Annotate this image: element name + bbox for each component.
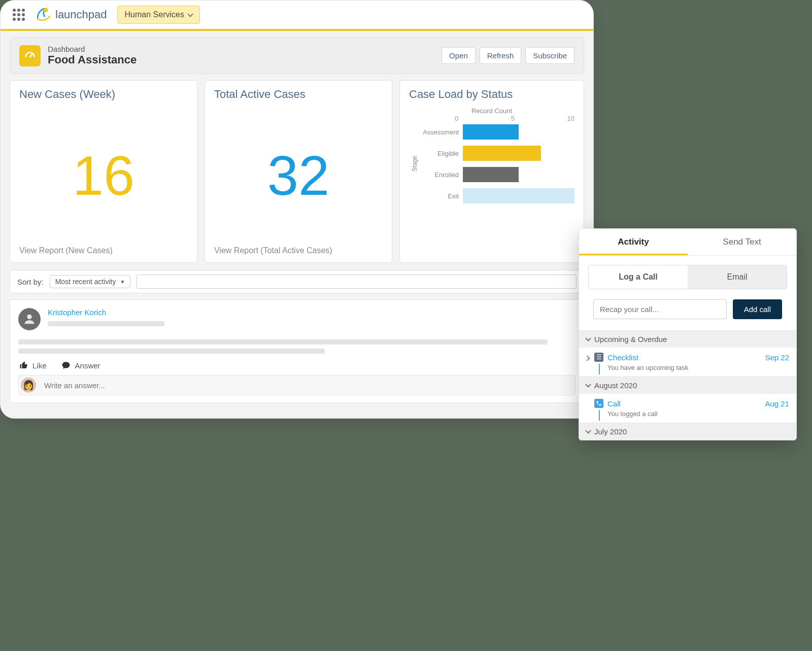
subscribe-button[interactable]: Subscribe: [525, 47, 574, 64]
card-title: Case Load by Status: [409, 88, 574, 101]
top-nav: launchpad Human Services: [1, 1, 593, 31]
entry-subtext: You have an upcoming task: [607, 364, 650, 371]
like-label: Like: [32, 361, 47, 370]
answer-label: Answer: [75, 361, 100, 370]
sort-select[interactable]: Most recent activity ▼: [50, 275, 131, 288]
tab-activity[interactable]: Activity: [579, 229, 650, 255]
avatar[interactable]: [18, 308, 41, 330]
answer-button[interactable]: Answer: [61, 361, 100, 370]
feed-search-input[interactable]: [137, 275, 577, 289]
call-link[interactable]: Call: [607, 399, 621, 408]
card-active-cases: Total Active Cases 32 View Report (Total…: [205, 80, 392, 263]
section-title: July 2020: [594, 427, 627, 436]
bar-category: Assessment: [420, 128, 459, 136]
header-type-label: Dashboard: [48, 45, 137, 53]
activity-panel: Activity Send Text Log a Call Email Add …: [579, 228, 650, 439]
active-cases-value: 32: [214, 104, 383, 246]
section-title: August 2020: [594, 381, 637, 390]
svg-line-1: [30, 54, 32, 56]
view-report-active-cases[interactable]: View Report (Total Active Cases): [214, 246, 383, 255]
tick: 0: [455, 115, 458, 122]
bar-category: Exit: [420, 192, 459, 200]
bar-row: Enrolled: [420, 167, 574, 182]
bar-fill[interactable]: [463, 188, 574, 203]
chevron-right-icon[interactable]: [584, 355, 590, 361]
chart-bars: AssessmentEligibleEnrolledExit: [420, 124, 574, 203]
section-august-header[interactable]: August 2020: [579, 377, 650, 394]
sort-selected: Most recent activity: [55, 278, 116, 286]
like-button[interactable]: Like: [19, 361, 47, 370]
launchpad-icon: [35, 6, 52, 23]
card-title: Total Active Cases: [214, 88, 383, 101]
person-icon: [22, 312, 37, 326]
page-title: Food Assistance: [48, 53, 137, 66]
svg-point-2: [27, 315, 31, 319]
dashboard-header: Dashboard Food Assistance Open Refresh S…: [10, 37, 584, 74]
bar-fill[interactable]: [463, 146, 541, 161]
refresh-button[interactable]: Refresh: [480, 47, 522, 64]
tick: 10: [567, 115, 574, 122]
open-button[interactable]: Open: [442, 47, 476, 64]
bar-row: Assessment: [420, 124, 574, 140]
bar-fill[interactable]: [463, 124, 519, 140]
feed-author-link[interactable]: Kristopher Korich: [48, 308, 106, 317]
recap-input[interactable]: [593, 299, 650, 319]
section-july-header[interactable]: July 2020: [579, 423, 650, 439]
x-axis-ticks: 0 5 10: [409, 115, 574, 124]
chevron-down-icon: [585, 382, 591, 387]
section-upcoming-header[interactable]: Upcoming & Overdue: [579, 331, 650, 348]
comment-icon: [61, 361, 71, 370]
feed-item: Kristopher Korich Like Answer 👩: [10, 299, 584, 403]
x-axis-title: Record Count: [409, 107, 574, 115]
y-axis-title: Stage: [409, 156, 420, 172]
checklist-link[interactable]: Checklist: [607, 353, 638, 362]
entry-subtext: You logged a call: [607, 410, 650, 418]
chevron-down-icon: [585, 428, 591, 433]
context-dropdown[interactable]: Human Services: [117, 6, 200, 24]
thumbs-up-icon: [19, 361, 28, 370]
chevron-down-icon: [187, 11, 193, 17]
app-launcher-icon[interactable]: [13, 9, 25, 21]
answer-input[interactable]: [42, 378, 572, 393]
activity-entry-checklist: ☰ Checklist Sep 22 You have an upcoming …: [579, 348, 650, 376]
bar-category: Eligible: [420, 150, 459, 157]
card-new-cases: New Cases (Week) 16 View Report (New Cas…: [10, 80, 197, 263]
tick: 5: [511, 115, 515, 122]
answer-composer: 👩: [18, 375, 576, 395]
section-title: Upcoming & Overdue: [594, 335, 650, 344]
new-cases-value: 16: [19, 104, 188, 246]
svg-point-0: [44, 8, 48, 12]
bar-row: Eligible: [420, 146, 574, 161]
bar-row: Exit: [420, 188, 574, 203]
card-case-load: Case Load by Status Record Count 0 5 10 …: [399, 80, 584, 263]
sort-bar: Sort by: Most recent activity ▼: [10, 270, 584, 293]
context-label: Human Services: [125, 10, 184, 19]
bar-category: Enrolled: [420, 171, 459, 179]
call-icon: [594, 399, 603, 408]
bar-fill[interactable]: [463, 167, 519, 182]
view-report-new-cases[interactable]: View Report (New Cases): [19, 246, 188, 255]
activity-entry-call: Call Aug 21 You logged a call: [579, 394, 650, 423]
app-window: launchpad Human Services Dashboard Food …: [0, 0, 594, 419]
subtab-log-call[interactable]: Log a Call: [589, 265, 650, 289]
card-title: New Cases (Week): [19, 88, 188, 101]
sort-label: Sort by:: [17, 278, 44, 286]
avatar: 👩: [21, 378, 36, 393]
checklist-icon: ☰: [594, 353, 603, 362]
dashboard-icon: [19, 45, 41, 66]
brand-text: launchpad: [55, 8, 107, 21]
brand-logo[interactable]: launchpad: [35, 6, 107, 23]
chevron-down-icon: [585, 335, 591, 341]
